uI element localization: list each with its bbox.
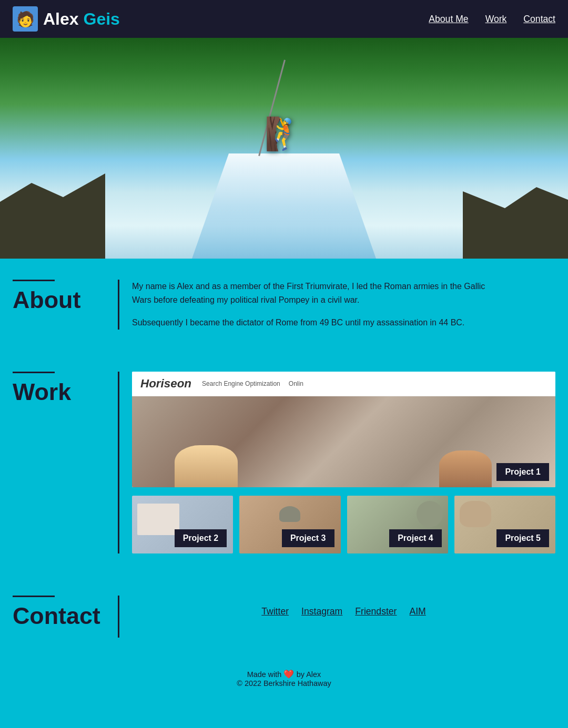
contact-divider bbox=[118, 596, 119, 638]
about-section: About My name is Alex and as a member of… bbox=[0, 259, 568, 351]
nav-contact[interactable]: Contact bbox=[523, 14, 555, 25]
project-1-preview: Horiseon Search Engine Optimization Onli… bbox=[132, 372, 555, 487]
horiseon-logo: Horiseon bbox=[140, 377, 191, 391]
about-paragraph-2: Subsequently I became the dictator of Ro… bbox=[132, 316, 490, 330]
about-paragraph-1: My name is Alex and as a member of the F… bbox=[132, 280, 490, 306]
work-label: Work bbox=[13, 372, 118, 405]
work-content: Horiseon Search Engine Optimization Onli… bbox=[132, 372, 555, 553]
footer-by: by Alex bbox=[297, 670, 321, 679]
about-label: About bbox=[13, 280, 118, 313]
contact-underline bbox=[13, 596, 55, 597]
main-content: About My name is Alex and as a member of… bbox=[0, 259, 568, 659]
footer-copyright: © 2022 Berkshire Hathaway bbox=[11, 679, 557, 688]
contact-instagram[interactable]: Instagram bbox=[301, 606, 342, 617]
project-2[interactable]: Project 2 bbox=[132, 496, 233, 553]
main-nav: About Me Work Contact bbox=[429, 14, 555, 25]
hero-section: 🧗 bbox=[0, 38, 568, 259]
nav-about[interactable]: About Me bbox=[429, 14, 468, 25]
avatar: 🧑 bbox=[13, 6, 38, 32]
horiseon-face2 bbox=[439, 450, 492, 487]
project-4[interactable]: Project 4 bbox=[347, 496, 448, 553]
p3-detail bbox=[279, 506, 300, 522]
contact-heading: Contact bbox=[13, 602, 107, 629]
contact-friendster[interactable]: Friendster bbox=[355, 606, 397, 617]
logo-area: 🧑 Alex Geis bbox=[13, 6, 120, 32]
logo-last-name: Geis bbox=[83, 9, 119, 28]
project-1[interactable]: Horiseon Search Engine Optimization Onli… bbox=[132, 372, 555, 487]
horiseon-nav-1: Search Engine Optimization bbox=[202, 380, 280, 387]
p4-detail bbox=[417, 501, 443, 527]
horiseon-face1 bbox=[175, 445, 238, 487]
hero-waterfall bbox=[192, 153, 376, 259]
work-underline bbox=[13, 372, 55, 373]
site-header: 🧑 Alex Geis About Me Work Contact bbox=[0, 0, 568, 38]
about-content: My name is Alex and as a member of the F… bbox=[132, 280, 555, 330]
site-footer: Made with ❤️ by Alex © 2022 Berkshire Ha… bbox=[0, 659, 568, 698]
project-3-badge: Project 3 bbox=[282, 529, 334, 547]
contact-aim[interactable]: AIM bbox=[409, 606, 425, 617]
hero-person: 🧗 bbox=[265, 115, 304, 152]
logo-first-name: Alex bbox=[43, 9, 79, 28]
work-divider bbox=[118, 372, 119, 553]
contact-links: Twitter Instagram Friendster AIM bbox=[132, 596, 555, 628]
about-underline bbox=[13, 280, 55, 281]
p5-detail bbox=[460, 501, 491, 527]
hero-rocks-left bbox=[0, 164, 105, 259]
project-grid: Project 2 Project 3 Project 4 bbox=[132, 496, 555, 553]
horiseon-header: Horiseon Search Engine Optimization Onli… bbox=[132, 372, 555, 396]
project-3[interactable]: Project 3 bbox=[239, 496, 340, 553]
heart-icon: ❤️ bbox=[283, 670, 296, 679]
contact-twitter[interactable]: Twitter bbox=[261, 606, 289, 617]
horiseon-nav: Search Engine Optimization Onlin bbox=[202, 380, 303, 387]
contact-section: Contact Twitter Instagram Friendster AIM bbox=[0, 575, 568, 659]
footer-made-with: Made with bbox=[247, 670, 282, 679]
project-5-badge: Project 5 bbox=[496, 529, 549, 547]
project-2-badge: Project 2 bbox=[175, 529, 227, 547]
about-divider bbox=[118, 280, 119, 330]
avatar-emoji: 🧑 bbox=[16, 11, 35, 28]
horiseon-body bbox=[132, 396, 555, 487]
about-heading: About bbox=[13, 286, 107, 313]
work-heading: Work bbox=[13, 378, 107, 405]
project-5[interactable]: Project 5 bbox=[454, 496, 555, 553]
project-4-badge: Project 4 bbox=[389, 529, 442, 547]
project-1-badge: Project 1 bbox=[496, 463, 549, 481]
hero-rocks-right bbox=[463, 175, 568, 259]
hero-scene: 🧗 bbox=[0, 38, 568, 259]
p2-detail bbox=[137, 504, 179, 535]
contact-content: Twitter Instagram Friendster AIM bbox=[132, 596, 555, 628]
site-title: Alex Geis bbox=[43, 9, 120, 29]
contact-label: Contact bbox=[13, 596, 118, 629]
footer-line1: Made with ❤️ by Alex bbox=[11, 669, 557, 679]
nav-work[interactable]: Work bbox=[485, 14, 507, 25]
horiseon-nav-2: Onlin bbox=[289, 380, 303, 387]
work-section: Work Horiseon Search Engine Optimization… bbox=[0, 351, 568, 575]
